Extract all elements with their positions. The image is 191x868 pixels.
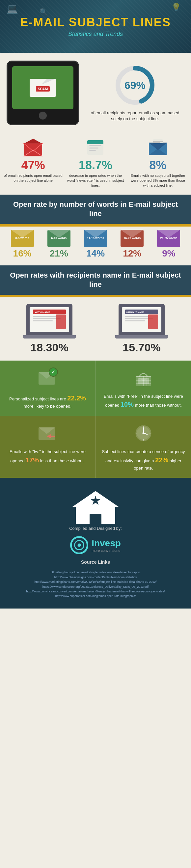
svg-rect-9: [89, 148, 98, 149]
basket-svg: [133, 367, 154, 389]
fw-icon: [37, 423, 58, 445]
yellow-divider-2: [0, 295, 191, 297]
stat-47-icon: [22, 137, 45, 157]
house-svg: ★: [63, 488, 128, 524]
word-pct-0: 16%: [13, 248, 32, 259]
svg-rect-30: [148, 314, 158, 329]
svg-text:✓: ✓: [52, 369, 55, 375]
invesp-tagline: more conversions: [92, 549, 121, 553]
free-pct: 10%: [121, 401, 134, 408]
tablet-screen: SPAM: [12, 66, 73, 109]
stat-8-desc: Emails with no subject all together were…: [128, 173, 188, 188]
stat-8-icon: [146, 137, 169, 157]
fw-envelope-svg: [37, 423, 58, 444]
words-section-header: Open rate by number of words in E-mail s…: [0, 195, 191, 224]
source-link-1: http://www.chaindesigns.com/content/en/s…: [26, 575, 165, 580]
personalized-pct: 22.2%: [67, 395, 86, 402]
fw-text: Emails with "fw:" in the subject line we…: [5, 448, 90, 465]
source-links: http://blog.hubspot.com/marketing/email-…: [26, 570, 165, 598]
envelope-open-icon: [22, 138, 44, 157]
with-name-email-svg: WITH NAME: [31, 308, 67, 331]
svg-text:WITHOUT NAME: WITHOUT NAME: [126, 311, 145, 313]
word-label-4: 21-25 words: [160, 237, 177, 240]
stat-18-pct: 18.7%: [79, 159, 112, 171]
svg-rect-60: [90, 514, 101, 524]
personalized-icon: ✓: [37, 367, 58, 390]
names-section: WITH NAME 18.30%: [0, 297, 191, 361]
word-envelope-0: 0-5 words: [11, 230, 34, 247]
free-text: Emails with "Free" in the subject line w…: [101, 393, 186, 410]
word-envelope-2: 11-15 words: [84, 230, 107, 247]
names-row: WITH NAME 18.30%: [7, 304, 184, 354]
donut-chart: 69%: [114, 64, 156, 107]
urgency-text: Subject lines that create a sense of urg…: [101, 448, 186, 471]
page-title: E-MAIL SUBJECT LINES: [20, 16, 170, 29]
three-stats-row: 47% of email recipients open email based…: [0, 133, 191, 195]
word-item-4: 21-25 words 9%: [151, 230, 186, 259]
source-links-title: Source Links: [81, 559, 110, 565]
word-item-1: 6-10 words 21%: [41, 230, 76, 259]
stat-47-desc: of email recipients open email based on …: [3, 173, 63, 183]
donut-pct: 69%: [125, 79, 146, 91]
no-subject-icon: [147, 138, 169, 157]
invesp-name: invesp: [92, 538, 121, 549]
green-stat-personalized: ✓ Personalized subject lines are 22.2% m…: [0, 361, 96, 416]
laptop-without-name: WITHOUT NAME: [115, 304, 168, 339]
compiled-label: Compiled and Designed by:: [69, 526, 122, 531]
source-link-4: http://www.convinceandconvert.com/email-…: [26, 589, 165, 594]
word-envelope-4: 21-25 words: [157, 230, 180, 247]
clock-svg: [133, 423, 154, 444]
olive-stat-fw: Emails with "fw:" in the subject line we…: [0, 416, 96, 478]
house-graphic-wrapper: ★: [63, 488, 128, 521]
spam-label: SPAM: [36, 86, 50, 92]
svg-marker-5: [24, 138, 42, 144]
svg-point-53: [142, 432, 145, 434]
svg-rect-11: [87, 140, 103, 144]
without-name-pct: 15.70%: [123, 341, 160, 354]
laptop-without-screen: WITHOUT NAME: [122, 307, 161, 332]
svg-rect-27: [125, 316, 148, 317]
tablet-home-btn: [39, 112, 47, 120]
word-label-2: 11-15 words: [87, 237, 104, 240]
word-pct-3: 12%: [123, 248, 141, 259]
footer-section: ★ Compiled and Designed by: invesp more …: [0, 478, 191, 608]
header-bg: 💻 💡 🔍 E-MAIL SUBJECT LINES Statistics an…: [0, 0, 191, 53]
stat-18-desc: decrease in open rates when the word "ne…: [66, 173, 125, 188]
svg-rect-20: [33, 316, 56, 317]
words-section: 0-5 words 16% 6-10 words 21% 11-15 words…: [0, 226, 191, 266]
source-link-2: http://www.marketingcharts.com/email/201…: [26, 580, 165, 584]
without-name-email-svg: WITHOUT NAME: [124, 308, 160, 331]
envelope-check-svg: ✓: [37, 367, 58, 389]
word-item-0: 0-5 words 16%: [5, 230, 40, 259]
source-link-5: http://www.superofficer.com/blog/email-o…: [26, 594, 165, 598]
stat-18: 18.7% decrease in open rates when the wo…: [66, 137, 125, 188]
deco-search-icon: 🔍: [39, 8, 48, 16]
word-pct-2: 14%: [86, 248, 105, 259]
word-item-3: 16-20 words 12%: [115, 230, 150, 259]
invesp-text-group: invesp more conversions: [92, 538, 121, 553]
svg-text:★: ★: [90, 494, 101, 507]
laptop-with-base: [23, 335, 76, 339]
spam-envelope: SPAM: [30, 79, 56, 97]
stat-47-pct: 47%: [22, 159, 45, 171]
word-label-1: 6-10 words: [51, 237, 66, 240]
svg-text:WITH NAME: WITH NAME: [35, 311, 51, 314]
word-label-3: 16-20 words: [124, 237, 140, 240]
word-envelope-1: 6-10 words: [47, 230, 70, 247]
urgency-icon: [133, 423, 154, 445]
svg-rect-22: [33, 320, 53, 321]
word-pct-1: 21%: [50, 248, 68, 259]
stat-18-icon: [84, 137, 107, 157]
donut-description: of email recipients report email as spam…: [86, 110, 184, 122]
svg-rect-8: [89, 145, 101, 146]
names-section-title: Open rates with recipients name in E-mai…: [7, 271, 184, 289]
header-section: 💻 💡 🔍 E-MAIL SUBJECT LINES Statistics an…: [0, 0, 191, 53]
donut-container: 69% of email recipients report email as …: [86, 64, 184, 122]
source-link-3: https://www.senderscore.org/2013/10/Addr…: [26, 585, 165, 589]
free-icon: [133, 367, 154, 390]
word-pct-4: 9%: [162, 248, 175, 259]
words-row: 0-5 words 16% 6-10 words 21% 11-15 words…: [3, 230, 188, 259]
svg-point-64: [78, 544, 81, 547]
laptop-without-screen-outer: WITHOUT NAME: [119, 304, 165, 335]
urgency-pct: 22%: [155, 456, 168, 464]
